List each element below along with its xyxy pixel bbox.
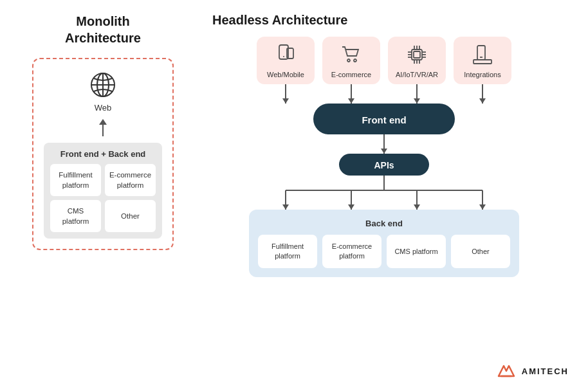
channel-ecommerce: E-commerce <box>322 37 380 84</box>
channel-ecommerce-label: E-commerce <box>331 70 371 79</box>
web-icon-section: Web <box>87 69 118 113</box>
svg-marker-35 <box>381 149 387 154</box>
monolith-section: MonolithArchitecture Web <box>19 13 187 376</box>
monolith-platform-other: Other <box>105 200 156 232</box>
globe-icon <box>87 69 118 100</box>
web-label: Web <box>95 103 112 113</box>
backend-ecommerce: E-commerce platform <box>322 235 381 268</box>
backend-title: Back end <box>258 219 510 228</box>
svg-marker-45 <box>479 204 486 210</box>
svg-marker-43 <box>414 204 420 210</box>
arrow-line <box>102 125 104 136</box>
monolith-platform-ecommerce: E-commerce platform <box>105 164 156 196</box>
svg-marker-50 <box>499 366 514 376</box>
backend-grid: Fulfillment platform E-commerce platform… <box>258 235 510 268</box>
channel-web-mobile-label: Web/Mobile <box>267 70 304 79</box>
logo-text: AMITECH <box>522 366 569 376</box>
channel-integrations-label: Integrations <box>464 70 501 79</box>
flow-arrows-svg: Front end APIs <box>249 84 519 213</box>
front-back-box: Front end + Back end Fulfillment platfor… <box>44 143 162 239</box>
svg-marker-29 <box>348 98 354 104</box>
monolith-title: MonolithArchitecture <box>65 13 141 46</box>
headless-title: Headless Architecture <box>199 13 347 28</box>
cart-icon <box>340 43 363 66</box>
channel-ai-iot-label: AI/IoT/VR/AR <box>396 70 438 79</box>
svg-marker-33 <box>479 98 486 104</box>
svg-rect-10 <box>414 51 420 58</box>
monolith-platform-fulfillment: Fulfillment platform <box>50 164 101 196</box>
svg-point-5 <box>283 56 284 57</box>
web-arrow <box>99 119 107 136</box>
channel-ai-iot: AI/IoT/VR/AR <box>388 37 446 84</box>
svg-text:Front end: Front end <box>362 114 406 125</box>
backend-fulfillment: Fulfillment platform <box>258 235 317 268</box>
front-back-title: Front end + Back end <box>50 149 156 159</box>
amitech-logo-icon <box>496 363 517 379</box>
amitech-logo: AMITECH <box>496 363 569 379</box>
svg-rect-25 <box>473 60 492 64</box>
svg-marker-27 <box>282 98 289 104</box>
headless-section: Headless Architecture Web/Mobile <box>199 13 569 376</box>
monolith-box: Web Front end + Back end Fulfillment pla… <box>32 58 174 250</box>
monolith-platform-cms: CMS platform <box>50 200 101 232</box>
svg-text:APIs: APIs <box>374 160 394 170</box>
channel-web-mobile: Web/Mobile <box>257 37 315 84</box>
monolith-platform-grid: Fulfillment platform E-commerce platform… <box>50 164 156 232</box>
main-diagram: MonolithArchitecture Web <box>0 0 588 389</box>
svg-marker-31 <box>414 98 420 104</box>
channels-row: Web/Mobile E-commerce <box>257 37 511 84</box>
device-icon <box>471 43 494 66</box>
backend-cms: CMS platform <box>387 235 446 268</box>
svg-point-8 <box>354 59 356 62</box>
svg-point-7 <box>347 59 350 62</box>
mobile-icon <box>274 43 297 66</box>
backend-other: Other <box>451 235 510 268</box>
headless-flow: Web/Mobile E-commerce <box>249 37 519 277</box>
arrow-head <box>99 119 107 125</box>
channel-integrations: Integrations <box>454 37 511 84</box>
backend-box: Back end Fulfillment platform E-commerce… <box>249 210 519 277</box>
svg-marker-39 <box>282 204 289 210</box>
chip-icon <box>405 43 428 66</box>
svg-marker-41 <box>348 204 354 210</box>
